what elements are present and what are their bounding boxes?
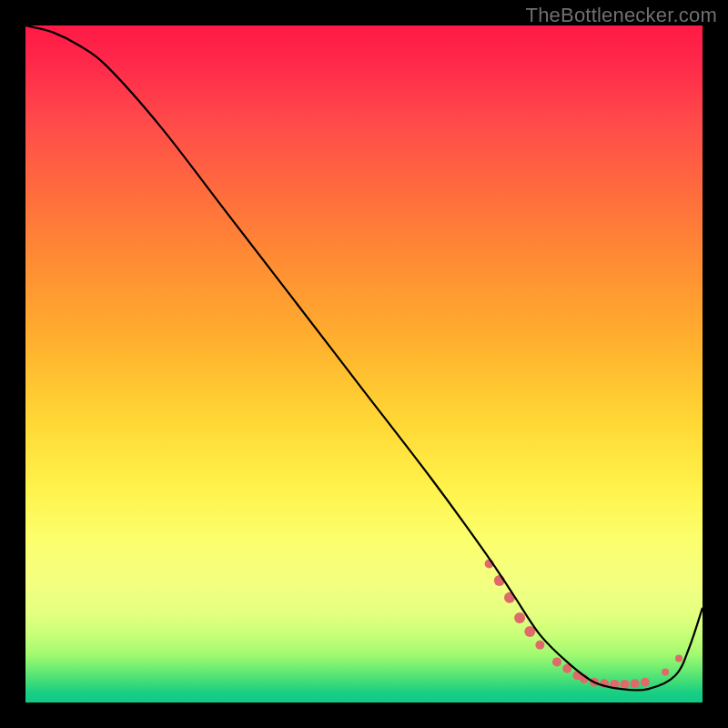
bottleneck-curve-path — [25, 25, 703, 691]
plot-area — [25, 25, 703, 703]
marker-dot — [641, 678, 650, 687]
curve-layer — [25, 25, 703, 703]
marker-group — [485, 560, 682, 689]
marker-dot — [552, 657, 561, 666]
marker-dot — [675, 655, 682, 662]
marker-dot — [662, 669, 669, 676]
marker-dot — [620, 680, 629, 689]
attribution-text: TheBottlenecker.com — [526, 4, 717, 27]
marker-dot — [535, 641, 544, 650]
chart-stage: TheBottlenecker.com — [0, 0, 728, 728]
marker-dot — [514, 612, 525, 623]
marker-dot — [631, 679, 640, 688]
